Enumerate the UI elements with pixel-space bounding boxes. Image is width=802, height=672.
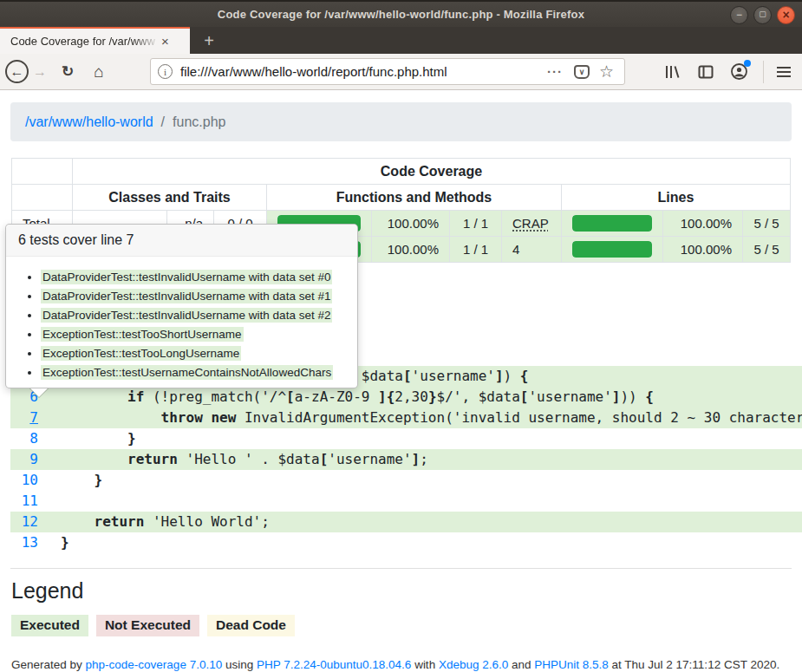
url-bar[interactable]: i file:///var/www/hello-world/report/fun… [150,58,625,85]
hamburger-menu-icon[interactable] [776,65,792,79]
legend-badges: ExecutedNot ExecutedDead Code [11,615,802,636]
covering-test-item: DataProviderTest::testInvalidUsername wi… [41,308,345,323]
url-text[interactable]: file:///var/www/hello-world/report/func.… [180,64,542,79]
footer-text: with [411,658,439,671]
group-header-classes: Classes and Traits [73,185,267,211]
code-text: } [38,534,69,551]
minimize-icon: − [736,10,742,20]
legend-badge: Executed [11,615,88,636]
line-number: 9 [10,449,38,470]
breadcrumb-current-file: func.php [173,114,225,130]
code-text [38,493,61,509]
reload-button[interactable]: ↻ [55,59,81,85]
window-controls: − ▢ × [730,6,795,24]
coverage-cell: 4 [502,237,562,263]
breadcrumb-separator: / [161,114,165,130]
coverage-cell: 100.00% [372,211,450,237]
home-button[interactable]: ⌂ [86,59,112,85]
crap-abbr: CRAP [512,216,549,231]
sidebar-toggle-icon[interactable] [697,63,714,81]
table-header-row-2: Classes and Traits Functions and Methods… [12,185,791,211]
line-number: 13 [10,532,38,553]
minimize-button[interactable]: − [730,6,748,24]
progress-cell [562,211,663,237]
window-titlebar: Code Coverage for /var/www/hello-world/f… [0,0,802,27]
covering-test-item: DataProviderTest::testInvalidUsername wi… [41,270,345,284]
toolbar-right [656,61,802,83]
new-tab-button[interactable]: + [196,29,222,54]
code-text: throw new InvalidArgumentException('inva… [38,409,802,426]
bookmark-star-icon[interactable]: ☆ [599,62,614,82]
code-text: } [38,472,102,488]
covering-test-name: ExceptionTest::testUsernameContainsNotAl… [41,365,333,380]
code-line: 9 return 'Hello ' . $data['username']; [10,449,802,470]
notification-dot [744,60,751,67]
footer-link[interactable]: PHP 7.2.24-0ubuntu0.18.04.6 [257,658,411,671]
pocket-icon[interactable]: ∨ [574,65,590,79]
footer-text: at Thu Jul 2 17:11:12 CST 2020. [609,658,779,671]
page-info-icon[interactable]: i [158,64,173,79]
tab-title: Code Coverage for /var/www [10,35,160,48]
empty-cell [12,159,73,185]
progress-cell [562,237,663,263]
footer-link[interactable]: Xdebug 2.6.0 [439,658,508,671]
code-text: if (!preg_match('/^[a-zA-Z0-9 ]{2,30}$/'… [38,388,654,405]
group-header-functions: Functions and Methods [267,185,562,211]
footer-text: and [508,658,534,671]
tab-close-button[interactable]: × [161,35,169,48]
covering-test-item: ExceptionTest::testTooLongUsername [41,346,345,361]
table-header-row-1: Code Coverage [12,159,791,185]
line-number: 11 [10,491,38,512]
covering-test-item: DataProviderTest::testInvalidUsername wi… [41,289,345,303]
legend-title: Legend [11,578,802,603]
coverage-cell: CRAP [502,211,562,237]
navigation-toolbar: ← → ↻ ⌂ i file:///var/www/hello-world/re… [0,54,802,90]
breadcrumb-dir-link[interactable]: /var/www/hello-world [25,114,153,130]
close-button[interactable]: × [777,6,795,24]
popover-arrow [29,388,49,398]
page-actions-icon[interactable]: ··· [547,64,563,79]
covering-test-name: ExceptionTest::testTooLongUsername [41,346,241,361]
coverage-cell: 1 / 1 [450,211,502,237]
code-line: 8 } [10,428,802,449]
code-text: } [38,430,136,447]
report-footer: Generated by php-code-coverage 7.0.10 us… [11,658,802,671]
legend-badge: Not Executed [96,615,199,636]
forward-button[interactable]: → [29,59,51,85]
library-icon[interactable] [664,63,681,81]
empty-cell [12,185,73,211]
coverage-cell: 1 / 1 [450,237,502,263]
covering-test-item: ExceptionTest::testUsernameContainsNotAl… [41,365,345,380]
tab-code-coverage[interactable]: Code Coverage for /var/www × [0,27,190,54]
tab-strip: Code Coverage for /var/www × + [0,27,802,54]
popover-title: 6 tests cover line 7 [6,225,357,257]
toolbar-separator [763,61,764,83]
line-number-link[interactable]: 7 [10,408,38,428]
line-number: 10 [10,470,38,491]
back-button[interactable]: ← [5,60,29,83]
code-line: 11 [10,491,802,512]
coverage-cell: 100.00% [663,211,743,237]
coverage-cell: 5 / 5 [743,237,791,263]
account-icon[interactable] [730,62,748,81]
close-icon: × [782,9,789,21]
covering-test-item: ExceptionTest::testTooShortUsername [41,327,345,342]
code-text: return 'Hello World'; [38,513,270,530]
table-title: Code Coverage [73,159,791,185]
line-number: 8 [10,428,38,449]
coverage-cell: 5 / 5 [743,211,791,237]
maximize-button[interactable]: ▢ [753,6,772,24]
footer-link[interactable]: PHPUnit 8.5.8 [534,658,609,671]
footer-link[interactable]: php-code-coverage 7.0.10 [86,658,223,671]
coverage-cell: 100.00% [663,237,743,263]
tests-popover: 6 tests cover line 7 DataProviderTest::t… [5,224,358,388]
covering-test-name: DataProviderTest::testInvalidUsername wi… [41,270,332,284]
divider [10,568,792,569]
group-header-lines: Lines [562,185,791,211]
covering-test-name: ExceptionTest::testTooShortUsername [41,327,244,342]
firefox-window: Code Coverage for /var/www/hello-world/f… [0,0,802,672]
page-content: /var/www/hello-world / func.php Code Cov… [0,90,802,672]
popover-body: DataProviderTest::testInvalidUsername wi… [6,257,357,380]
code-line: 7 throw new InvalidArgumentException('in… [10,408,802,428]
code-line: 6 if (!preg_match('/^[a-zA-Z0-9 ]{2,30}$… [10,387,802,408]
